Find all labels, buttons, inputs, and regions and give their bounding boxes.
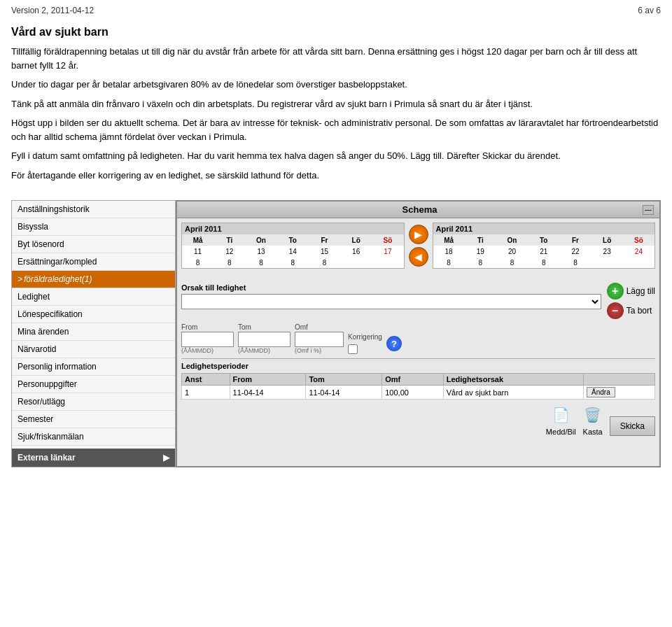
- col-orsak: Ledighetsorsak: [443, 374, 583, 386]
- rcal-date-19[interactable]: 19: [465, 246, 496, 257]
- omf-hint: (Omf i %): [295, 347, 344, 354]
- sidebar-item-lonespec[interactable]: Lönespecifikation: [12, 306, 175, 323]
- sidebar-item-byt-losenord[interactable]: Byt lösenord: [12, 236, 175, 253]
- sidebar-item-bisyssla[interactable]: Bisyssla: [12, 218, 175, 236]
- cal-hours-12: 8: [214, 257, 245, 268]
- sidebar-item-sjuk-frisk[interactable]: Sjuk/friskanmälan: [12, 428, 175, 446]
- korrigering-checkbox[interactable]: [348, 344, 358, 354]
- sidebar-item-resor-utlagg[interactable]: Resor/utlägg: [12, 393, 175, 411]
- rcal-hours-19: 8: [465, 257, 496, 268]
- cal-date-17[interactable]: 17: [372, 246, 403, 257]
- andra-button[interactable]: Ändra: [587, 387, 615, 397]
- table-row: 1 11-04-14 11-04-14 100,00 Vård av sjukt…: [182, 386, 655, 400]
- calendar-left: April 2011 Må Ti On To Fr Lö Sö 11 12 13…: [181, 223, 405, 269]
- help-icon[interactable]: ?: [386, 336, 402, 351]
- paragraph-4: Högst upp i bilden ser du aktuellt schem…: [11, 116, 661, 143]
- plus-icon: +: [607, 283, 624, 300]
- rcal-date-21[interactable]: 21: [528, 246, 559, 257]
- skicka-button[interactable]: Skicka: [610, 416, 655, 436]
- rcal-date-22[interactable]: 22: [559, 246, 591, 257]
- rcal-hours-22: 8: [559, 257, 591, 268]
- sidebar-item-semester[interactable]: Semester: [12, 411, 175, 428]
- rcal-hours-20: 8: [496, 257, 528, 268]
- col-omf: Omf: [382, 374, 444, 386]
- sidebar-item-mina-arenden[interactable]: Mina ärenden: [12, 323, 175, 341]
- sidebar-item-ersattningar[interactable]: Ersättningar/kompled: [12, 253, 175, 271]
- from-hint: (ÅÅMMDD): [181, 347, 234, 354]
- col-from: From: [230, 374, 306, 386]
- col-anst: Anst: [182, 374, 230, 386]
- cell-omf: 100,00: [382, 386, 444, 400]
- cal-hdr-ma: Må: [182, 234, 214, 246]
- orsak-section: Orsak till ledighet + Lägg t: [181, 273, 655, 319]
- orsak-label: Orsak till ledighet: [181, 283, 601, 292]
- cal-hdr-ti: Ti: [214, 234, 245, 246]
- sidebar-item-ledighet[interactable]: Ledighet: [12, 288, 175, 306]
- schema-window: Schema — April 2011 Må Ti On To Fr Lö: [176, 200, 661, 467]
- rcal-hours-23: [592, 257, 623, 268]
- cal-hours-14: 8: [277, 257, 309, 268]
- trash-icon: 🗑️: [582, 404, 604, 426]
- from-label: From: [181, 323, 234, 331]
- cell-from: 11-04-14: [230, 386, 306, 400]
- sidebar-item-foraldraledighet[interactable]: föräldraledighet(1): [12, 271, 175, 288]
- col-tom: Tom: [306, 374, 382, 386]
- paragraph-5: Fyll i datum samt omfattning på ledighet…: [11, 149, 661, 163]
- rcal-date-24[interactable]: 24: [623, 246, 654, 257]
- paragraph-2: Under tio dagar per år betalar arbetsgiv…: [11, 78, 661, 92]
- kasta-button[interactable]: 🗑️ Kasta: [582, 404, 604, 436]
- calendar-right: April 2011 Må Ti On To Fr Lö Sö 18 19 20…: [433, 223, 656, 269]
- cal-date-13[interactable]: 13: [245, 246, 276, 257]
- cal-date-11[interactable]: 11: [182, 246, 214, 257]
- omf-input[interactable]: [295, 332, 344, 347]
- calendar-nav: ▶ ◀: [407, 223, 430, 269]
- calendar-prev-button[interactable]: ◀: [409, 247, 428, 267]
- sidebar-item-personlig-info[interactable]: Personlig information: [12, 358, 175, 376]
- cell-tom: 11-04-14: [306, 386, 382, 400]
- paragraph-3: Tänk på att anmäla din frånvaro i växeln…: [11, 97, 661, 111]
- rcal-date-18[interactable]: 18: [433, 246, 465, 257]
- cal-date-12[interactable]: 12: [214, 246, 245, 257]
- cal-date-16[interactable]: 16: [340, 246, 372, 257]
- calendar-next-button[interactable]: ▶: [409, 225, 428, 244]
- tom-input[interactable]: [238, 332, 290, 347]
- cal-date-14[interactable]: 14: [277, 246, 309, 257]
- minimize-button[interactable]: —: [643, 205, 654, 215]
- sidebar-item-personuppgifter[interactable]: Personuppgifter: [12, 376, 175, 393]
- from-input[interactable]: [181, 332, 234, 347]
- rcal-hdr-so: Sö: [623, 234, 654, 246]
- periods-section: Ledighetsperioder Anst From Tom Omf Ledi…: [181, 362, 655, 400]
- rcal-hdr-fr: Fr: [559, 234, 591, 246]
- lagg-till-button[interactable]: + Lägg till: [607, 283, 655, 300]
- medd-bil-button[interactable]: 📄 Medd/Bil: [546, 404, 576, 436]
- periods-label: Ledighetsperioder: [181, 362, 655, 370]
- ta-bort-button[interactable]: – Ta bort: [607, 302, 652, 319]
- col-action: [584, 374, 655, 386]
- rcal-hdr-ma: Må: [433, 234, 465, 246]
- sidebar-item-narvarotid[interactable]: Närvarotid: [12, 341, 175, 358]
- minus-icon: –: [607, 302, 624, 319]
- orsak-select[interactable]: [181, 294, 601, 309]
- tom-hint: (ÅÅMMDD): [238, 347, 290, 354]
- externa-lankar-label: Externa länkar: [18, 453, 76, 463]
- paper-icon: 📄: [550, 404, 572, 426]
- sidebar-item-anstalln[interactable]: Anställningshistorik: [12, 201, 175, 218]
- rcal-date-20[interactable]: 20: [496, 246, 528, 257]
- rcal-date-23[interactable]: 23: [592, 246, 623, 257]
- omf-label: Omf: [295, 323, 344, 331]
- rcal-hdr-on: On: [496, 234, 528, 246]
- cal-date-15[interactable]: 15: [309, 246, 340, 257]
- cal-hours-15: 8: [309, 257, 340, 268]
- cal-hours-13: 8: [245, 257, 276, 268]
- calendar-section: April 2011 Må Ti On To Fr Lö Sö 11 12 13…: [181, 223, 655, 269]
- externa-lankar-button[interactable]: Externa länkar ▶: [12, 449, 175, 467]
- cal-hours-17: [372, 257, 403, 268]
- rcal-hours-21: 8: [528, 257, 559, 268]
- cal-hours-11: 8: [182, 257, 214, 268]
- right-month-header: April 2011: [433, 223, 655, 234]
- rcal-hdr-ti: Ti: [465, 234, 496, 246]
- window-titlebar: Schema —: [177, 202, 659, 218]
- divider: [181, 358, 655, 359]
- rcal-hours-24: [623, 257, 654, 268]
- left-month-header: April 2011: [182, 223, 404, 234]
